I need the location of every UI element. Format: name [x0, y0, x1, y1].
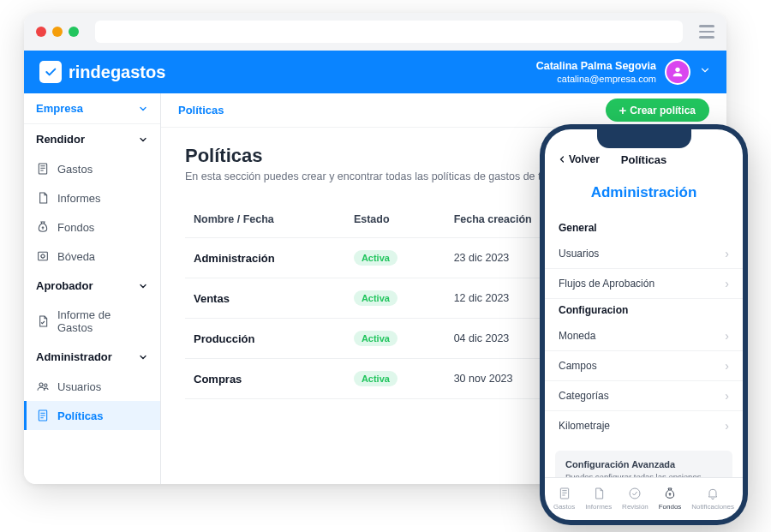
phone-info-box: Configuración Avanzada Puedes configurar…: [555, 451, 732, 477]
receipt-icon: [36, 162, 50, 176]
phone-list-item[interactable]: Moneda›: [545, 321, 743, 351]
phone-list-item-label: Usuarios: [559, 248, 599, 260]
check-icon: [628, 487, 642, 502]
phone-list-item[interactable]: Usuarios›: [545, 239, 743, 269]
hamburger-menu-icon[interactable]: [699, 25, 714, 39]
document-icon: [592, 487, 606, 502]
brand-logo[interactable]: rindegastos: [39, 61, 165, 83]
phone-notch: [597, 129, 691, 148]
chevron-down-icon: [138, 134, 148, 145]
phone-tab-fondos[interactable]: Fondos: [659, 487, 682, 511]
document-icon: [36, 191, 50, 205]
status-badge: Activa: [354, 331, 397, 346]
chevron-right-icon: ›: [725, 277, 729, 290]
sidebar-item-informes[interactable]: Informes: [24, 183, 160, 212]
phone-tab-label: Informes: [585, 503, 612, 511]
phone-list-item[interactable]: Flujos de Aprobación›: [545, 269, 743, 299]
brand-name: rindegastos: [69, 63, 165, 82]
row-status: Activa: [354, 290, 454, 306]
svg-rect-2: [39, 252, 48, 260]
svg-rect-7: [560, 488, 568, 499]
sidebar-top-tab[interactable]: Empresa: [24, 93, 160, 124]
phone-list-item[interactable]: Kilometraje›: [545, 411, 743, 440]
phone-list-item-label: Categorías: [559, 390, 609, 402]
phone-group-title: General: [545, 217, 743, 239]
phone-tab-label: Notificaciones: [691, 503, 734, 511]
moneybag-icon: [36, 220, 50, 234]
bell-icon: [706, 487, 720, 502]
chevron-down-icon[interactable]: [699, 64, 711, 80]
sidebar-item-informe-de-gastos[interactable]: Informe de Gastos: [24, 301, 160, 342]
svg-point-0: [675, 68, 679, 72]
traffic-light-minimize[interactable]: [52, 27, 63, 37]
back-label: Volver: [569, 153, 600, 165]
logo-mark-icon: [39, 61, 62, 83]
sidebar-item-usuarios[interactable]: Usuarios: [24, 372, 160, 401]
phone-list-item[interactable]: Categorías›: [545, 381, 743, 411]
sidebar-item-label: Políticas: [57, 409, 103, 422]
sidebar-item-gastos[interactable]: Gastos: [24, 154, 160, 183]
browser-chrome: [24, 13, 726, 51]
url-bar[interactable]: [95, 21, 683, 43]
chevron-down-icon: [138, 104, 148, 114]
phone-tab-gastos[interactable]: Gastos: [553, 487, 575, 511]
phone-mockup: Volver Políticas Administración GeneralU…: [540, 124, 748, 525]
phone-group-title: Configuracion: [545, 299, 743, 321]
sidebar-item-label: Informe de Gastos: [57, 308, 148, 334]
phone-list-item-label: Kilometraje: [559, 420, 610, 432]
chevron-right-icon: ›: [725, 329, 729, 343]
create-policy-button[interactable]: Crear política: [606, 99, 709, 122]
phone-list-item[interactable]: Campos›: [545, 351, 743, 381]
moneybag-icon: [663, 487, 677, 502]
status-badge: Activa: [354, 250, 397, 266]
svg-point-5: [45, 384, 47, 386]
sidebar-top-tab-label: Empresa: [36, 102, 83, 115]
phone-tabbar: GastosInformesRevisiónFondosNotificacion…: [545, 477, 743, 520]
traffic-light-close[interactable]: [36, 27, 46, 37]
user-email: catalina@empresa.com: [536, 73, 656, 85]
phone-tab-revisión[interactable]: Revisión: [622, 487, 648, 511]
sidebar-section-title: Administrador: [36, 350, 112, 363]
sidebar-item-bóveda[interactable]: Bóveda: [24, 242, 160, 271]
chevron-down-icon: [138, 352, 148, 362]
chevron-right-icon: ›: [725, 389, 729, 403]
policy-icon: [36, 409, 50, 422]
user-info[interactable]: Catalina Palma Segovia catalina@empresa.…: [536, 59, 656, 86]
status-badge: Activa: [354, 371, 397, 386]
status-badge: Activa: [354, 290, 397, 306]
phone-tab-notificaciones[interactable]: Notificaciones: [691, 487, 734, 511]
phone-tab-label: Revisión: [622, 503, 648, 511]
receipt-icon: [558, 487, 571, 502]
phone-tab-informes[interactable]: Informes: [585, 487, 612, 511]
svg-rect-1: [39, 164, 46, 174]
sidebar-section-administrador[interactable]: Administrador: [24, 342, 160, 372]
sidebar-section-rendidor[interactable]: Rendidor: [24, 124, 160, 154]
avatar[interactable]: [665, 59, 690, 85]
traffic-light-maximize[interactable]: [69, 27, 79, 37]
back-button[interactable]: Volver: [557, 153, 600, 165]
sidebar-section-aprobador[interactable]: Aprobador: [24, 271, 160, 301]
phone-list-item-label: Campos: [559, 360, 597, 372]
sidebar-item-label: Gastos: [57, 163, 93, 176]
sidebar-item-label: Bóveda: [57, 250, 95, 263]
row-status: Activa: [354, 331, 454, 346]
tab-politicas[interactable]: Políticas: [178, 104, 224, 117]
phone-tab-label: Fondos: [659, 503, 682, 511]
user-name: Catalina Palma Segovia: [536, 59, 656, 73]
app-header: rindegastos Catalina Palma Segovia catal…: [24, 51, 726, 93]
sidebar-item-políticas[interactable]: Políticas: [24, 401, 160, 430]
row-status: Activa: [354, 250, 454, 266]
sidebar-section-title: Aprobador: [36, 279, 93, 292]
svg-point-8: [630, 488, 640, 499]
users-icon: [36, 380, 50, 393]
sidebar-section-title: Rendidor: [36, 133, 85, 146]
main-topbar: Políticas Crear política: [161, 93, 726, 128]
col-header-status: Estado: [354, 213, 454, 225]
svg-point-4: [39, 383, 43, 386]
doccheck-icon: [36, 314, 50, 328]
sidebar: Empresa RendidorGastosInformesFondosBóve…: [24, 93, 161, 484]
sidebar-item-label: Fondos: [57, 221, 94, 234]
sidebar-item-fondos[interactable]: Fondos: [24, 212, 160, 242]
sidebar-item-label: Informes: [57, 192, 101, 205]
phone-tab-label: Gastos: [553, 503, 575, 511]
